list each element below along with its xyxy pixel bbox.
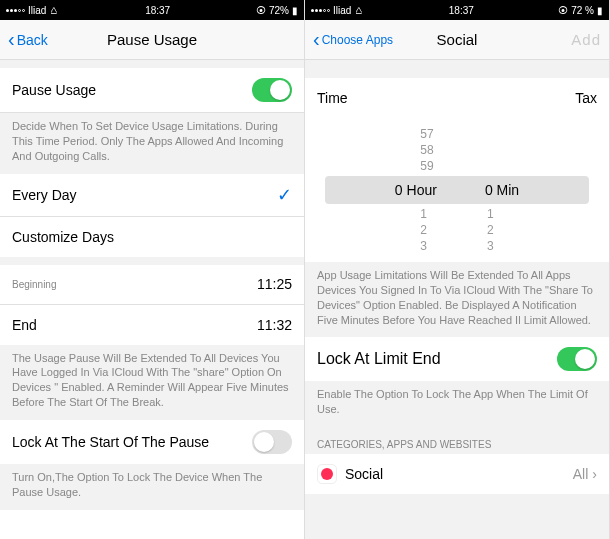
add-button[interactable]: Add [571,31,601,48]
wifi-icon: ⩟ [49,5,59,16]
time-row[interactable]: Time Tax [305,78,609,118]
time-picker[interactable]: 57 58 59 0 Hour0 Min 11 22 33 [305,118,609,262]
limit-desc: App Usage Limitations Will Be Extended T… [305,262,609,337]
carrier: Iliad [28,5,46,16]
page-title: Pause Usage [107,31,197,48]
battery-icon: ▮ [597,5,603,16]
end-row[interactable]: End 11:32 [0,305,304,345]
left-screen: Iliad ⩟ 18:37 ⦿ 72% ▮ ‹ Back Pause Usage… [0,0,305,539]
nav-header: ‹ Back Pause Usage [0,20,304,60]
page-title: Social [437,31,478,48]
lock-limit-row[interactable]: Lock At Limit End [305,337,609,381]
wifi-icon: ⩟ [354,5,364,16]
back-button[interactable]: ‹ Back [8,28,48,51]
social-icon [317,464,337,484]
time: 18:37 [449,5,474,16]
battery-pct: 72% [269,5,289,16]
check-icon: ✓ [277,184,292,206]
lock-start-row[interactable]: Lock At The Start Of The Pause [0,420,304,464]
pause-usage-row[interactable]: Pause Usage [0,68,304,113]
share-desc: The Usage Pause Will Be Extended To All … [0,345,304,420]
chevron-left-icon: ‹ [313,28,320,51]
customize-days-row[interactable]: Customize Days [0,217,304,257]
time: 18:37 [145,5,170,16]
battery-pct: 72 % [571,5,594,16]
lock-limit-switch[interactable] [557,347,597,371]
status-bar: Iliad ⩟ 18:37 ⦿ 72 % ▮ [305,0,609,20]
pause-usage-switch[interactable] [252,78,292,102]
right-screen: Iliad ⩟ 18:37 ⦿ 72 % ▮ ‹ Choose Apps Soc… [305,0,610,539]
section-header: CATEGORIES, APPS AND WEBSITES [305,427,609,454]
carrier: Iliad [333,5,351,16]
picker-selected: 0 Hour0 Min [325,176,589,204]
battery-icon: ▮ [292,5,298,16]
every-day-row[interactable]: Every Day ✓ [0,174,304,217]
social-row[interactable]: Social All › [305,454,609,494]
chevron-left-icon: ‹ [8,28,15,51]
status-bar: Iliad ⩟ 18:37 ⦿ 72% ▮ [0,0,304,20]
pause-desc: Decide When To Set Device Usage Limitati… [0,113,304,174]
back-button[interactable]: ‹ Choose Apps [313,28,393,51]
lock-limit-desc: Enable The Option To Lock The App When T… [305,381,609,427]
lock-start-switch[interactable] [252,430,292,454]
lock-desc: Turn On,The Option To Lock The Device Wh… [0,464,304,510]
nav-header: ‹ Choose Apps Social Add [305,20,609,60]
chevron-right-icon: › [592,466,597,482]
beginning-row[interactable]: Beginning 11:25 [0,265,304,305]
